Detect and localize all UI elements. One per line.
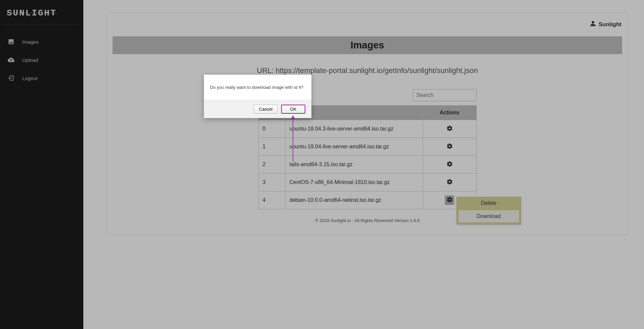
dialog-message: Do you really want to download image wit… [204, 75, 311, 100]
modal-backdrop [0, 0, 644, 329]
dialog-buttons: Cancel OK [204, 100, 311, 118]
confirm-dialog: Do you really want to download image wit… [204, 75, 311, 118]
cancel-button[interactable]: Cancel [254, 105, 278, 114]
ok-button[interactable]: OK [281, 105, 305, 114]
